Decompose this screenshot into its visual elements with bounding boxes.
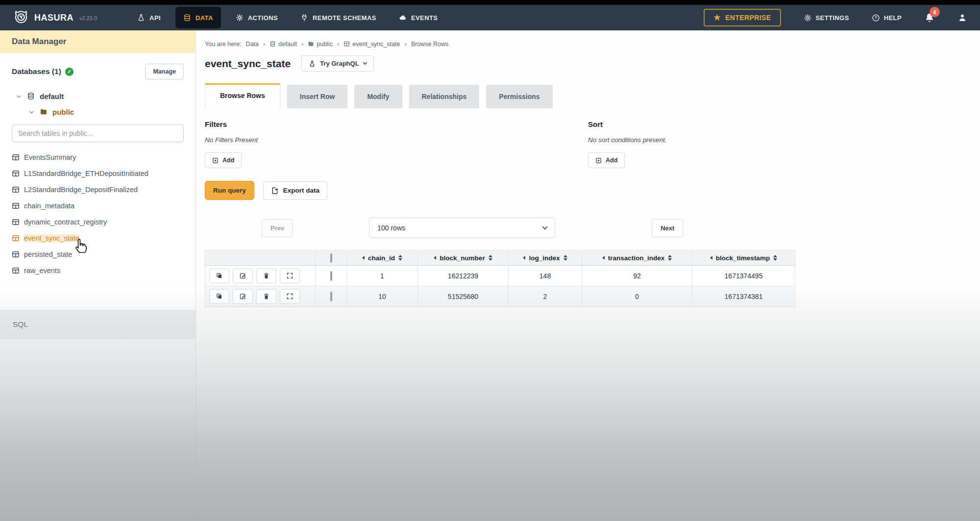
sidebar-table-eventssummary[interactable]: EventsSummary [12, 149, 184, 165]
collapse-column-icon[interactable] [362, 256, 365, 260]
sidebar-table-dynamic-contract-registry[interactable]: dynamic_contract_registry [12, 214, 184, 230]
notification-badge: 8 [930, 7, 940, 17]
sort-icon[interactable] [668, 255, 672, 261]
help-button[interactable]: ? HELP [872, 14, 902, 22]
select-all-checkbox[interactable] [330, 253, 332, 263]
settings-gear-icon [804, 14, 812, 22]
nav-api[interactable]: API [129, 7, 169, 28]
add-sort-button[interactable]: Add [588, 152, 625, 168]
sidebar-sql-section[interactable]: SQL [0, 310, 196, 339]
column-header-log-index[interactable]: log_index [509, 250, 582, 266]
breadcrumb-browse-rows[interactable]: Browse Rows [411, 41, 448, 48]
cell-chain-id: 10 [347, 286, 418, 307]
manage-button[interactable]: Manage [145, 64, 184, 79]
nav-events[interactable]: EVENTS [391, 7, 445, 28]
cell-chain-id: 1 [347, 266, 418, 286]
sidebar-table-l1standardbridge[interactable]: L1StandardBridge_ETHDepositInitiated [12, 165, 184, 181]
pagination: Prev 100 rows Next [205, 218, 965, 238]
row-select-cell[interactable] [316, 266, 347, 286]
notifications-button[interactable]: 8 [924, 12, 935, 23]
nav-events-label: EVENTS [411, 14, 438, 22]
user-icon [957, 13, 967, 23]
cell-block-timestamp: 1671374495 [692, 266, 795, 286]
copy-icon [216, 293, 223, 300]
main-content: You are here: Data › default › public › … [196, 30, 980, 521]
row-select-cell[interactable] [316, 286, 347, 307]
delete-row-button[interactable] [256, 289, 276, 304]
collapse-column-icon[interactable] [602, 256, 605, 260]
sidebar-table-event-sync-state[interactable]: event_sync_state [12, 230, 184, 246]
sidebar-table-l2standardbridge[interactable]: L2StandardBridge_DepositFinalized [12, 181, 184, 198]
row-checkbox[interactable] [330, 271, 332, 281]
clone-row-button[interactable] [209, 269, 229, 283]
settings-button[interactable]: SETTINGS [804, 14, 849, 22]
enterprise-label: ENTERPRISE [725, 14, 771, 22]
edit-row-button[interactable] [233, 289, 253, 304]
sort-icon[interactable] [773, 255, 777, 261]
table-icon [12, 250, 20, 258]
collapse-column-icon[interactable] [523, 256, 525, 260]
export-data-button[interactable]: Export data [263, 181, 327, 200]
nav-actions[interactable]: ACTIONS [228, 7, 286, 28]
delete-row-button[interactable] [256, 269, 276, 283]
database-name: default [40, 92, 64, 100]
rows-per-page-select[interactable]: 100 rows [369, 218, 555, 238]
nav-remote-schemas[interactable]: REMOTE SCHEMAS [293, 7, 384, 28]
table-icon [12, 170, 20, 177]
hasura-logo[interactable]: HASURA v2.23.0 [13, 9, 97, 26]
letterbox-top [0, 0, 980, 5]
row-checkbox[interactable] [330, 292, 332, 301]
enterprise-button[interactable]: ★ ENTERPRISE [704, 9, 781, 26]
tree-item-schema[interactable]: public [28, 104, 184, 120]
sidebar-table-chain-metadata[interactable]: chain_metadata [12, 198, 184, 214]
edit-icon [239, 293, 246, 300]
tab-relationships[interactable]: Relationships [409, 85, 480, 108]
database-icon [183, 14, 191, 22]
hasura-logo-icon [13, 9, 29, 26]
sort-icon[interactable] [398, 255, 402, 261]
collapse-column-icon[interactable] [434, 256, 436, 260]
chevron-down-icon [542, 224, 548, 229]
tab-permissions[interactable]: Permissions [486, 85, 552, 108]
edit-icon [239, 272, 246, 279]
expand-row-button[interactable] [280, 289, 300, 304]
column-header-transaction-index[interactable]: transaction_index [582, 250, 692, 266]
actions-header-cell [205, 250, 316, 266]
table-icon [12, 202, 20, 210]
user-menu-button[interactable] [957, 13, 967, 23]
next-page-button[interactable]: Next [652, 219, 683, 237]
prev-page-button[interactable]: Prev [262, 219, 293, 237]
svg-text:?: ? [875, 16, 877, 20]
nav-data[interactable]: DATA [175, 7, 221, 28]
sort-icon[interactable] [564, 255, 567, 261]
edit-row-button[interactable] [233, 269, 253, 283]
sort-icon[interactable] [489, 255, 492, 261]
column-label: block_number [440, 254, 485, 262]
breadcrumb-event-sync-state[interactable]: event_sync_state [343, 41, 400, 48]
column-header-block-number[interactable]: block_number [418, 250, 509, 266]
table-name: raw_events [24, 267, 60, 274]
cell-log-index: 148 [509, 266, 582, 286]
add-filter-button[interactable]: Add [205, 152, 242, 168]
collapse-column-icon[interactable] [710, 256, 712, 260]
try-graphql-button[interactable]: Try GraphQL [301, 55, 373, 72]
column-header-block-timestamp[interactable]: block_timestamp [692, 250, 795, 266]
breadcrumb-default[interactable]: default [270, 41, 297, 48]
expand-row-button[interactable] [280, 269, 300, 283]
tab-insert-row[interactable]: Insert Row [287, 85, 348, 108]
sidebar-table-persisted-state[interactable]: persisted_state [12, 246, 184, 262]
select-all-header-cell[interactable] [316, 250, 347, 266]
run-query-button[interactable]: Run query [205, 181, 254, 200]
sidebar-table-raw-events[interactable]: raw_events [12, 262, 184, 278]
breadcrumb-data[interactable]: Data [246, 41, 259, 48]
breadcrumb-public[interactable]: public [308, 41, 333, 48]
table-header-row: chain_id block_number log_index transact… [205, 250, 795, 266]
tab-bar: Browse Rows Insert Row Modify Relationsh… [205, 83, 965, 108]
column-header-chain-id[interactable]: chain_id [347, 250, 418, 266]
tab-browse-rows[interactable]: Browse Rows [205, 83, 280, 108]
column-label: block_timestamp [716, 254, 770, 262]
tab-modify[interactable]: Modify [354, 85, 402, 108]
tree-item-database[interactable]: default [16, 88, 184, 104]
search-tables-input[interactable] [12, 124, 184, 142]
clone-row-button[interactable] [209, 289, 229, 304]
